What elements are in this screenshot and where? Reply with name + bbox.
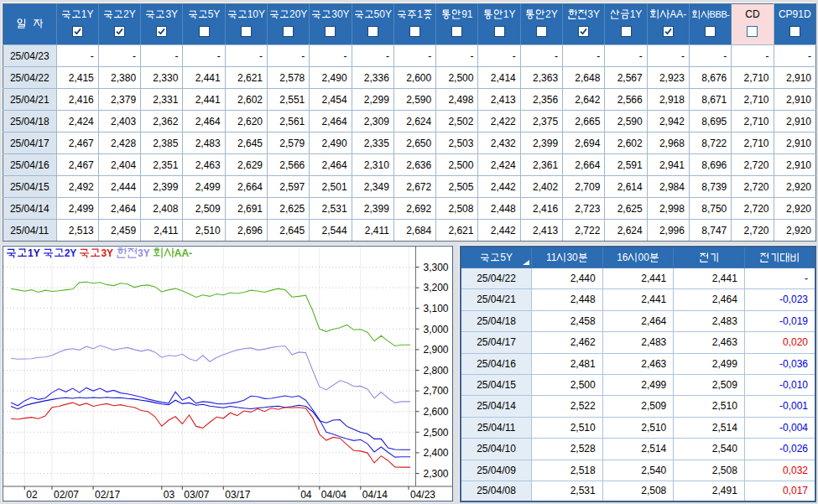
svg-text:04: 04 <box>300 489 312 501</box>
svg-text:3,000: 3,000 <box>423 324 448 335</box>
svg-text:04/23: 04/23 <box>410 489 435 501</box>
svg-text:2,900: 2,900 <box>423 344 448 356</box>
svg-text:3,100: 3,100 <box>423 303 448 314</box>
svg-text:2,400: 2,400 <box>423 447 448 459</box>
svg-text:03/17: 03/17 <box>225 489 250 501</box>
svg-text:3,200: 3,200 <box>423 282 448 294</box>
svg-text:2,700: 2,700 <box>423 385 448 397</box>
svg-text:2,800: 2,800 <box>423 365 448 377</box>
svg-text:2,300: 2,300 <box>423 468 448 480</box>
svg-text:02/07: 02/07 <box>54 489 79 501</box>
svg-text:02: 02 <box>26 489 38 501</box>
svg-text:3,300: 3,300 <box>423 262 448 273</box>
svg-text:04/14: 04/14 <box>362 489 388 501</box>
svg-text:03/07: 03/07 <box>184 489 209 501</box>
svg-text:03: 03 <box>164 489 175 501</box>
svg-text:02/17: 02/17 <box>95 489 120 501</box>
svg-text:04/04: 04/04 <box>321 489 346 501</box>
svg-text:2,600: 2,600 <box>423 406 448 418</box>
svg-text:2,500: 2,500 <box>423 427 448 439</box>
